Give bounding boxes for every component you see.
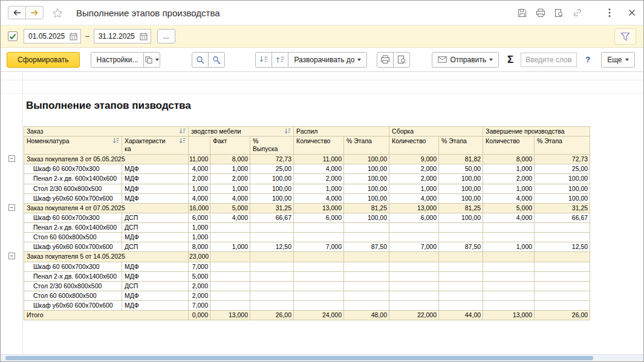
value-cell[interactable]: 7,000 xyxy=(189,262,210,271)
value-cell[interactable]: 13,000 xyxy=(483,311,535,320)
value-cell[interactable] xyxy=(344,233,389,242)
value-cell[interactable] xyxy=(389,291,439,300)
column-group-header[interactable]: Сборка xyxy=(389,127,483,137)
value-cell[interactable] xyxy=(250,233,294,242)
column-header[interactable]: % Этапа xyxy=(439,137,483,155)
value-cell[interactable]: 4,000 xyxy=(210,193,250,203)
value-cell[interactable]: 87,50 xyxy=(344,242,389,252)
value-cell[interactable]: 100,00 xyxy=(250,174,294,184)
collapse-levels-button[interactable] xyxy=(255,52,272,68)
hscroll-thumb[interactable] xyxy=(5,356,593,360)
value-cell[interactable]: 4,000 xyxy=(483,213,535,222)
value-cell[interactable]: 2,000 xyxy=(189,281,210,291)
value-cell[interactable] xyxy=(439,291,483,300)
settings-button[interactable]: Настройки... xyxy=(91,52,145,68)
value-cell[interactable] xyxy=(389,262,439,271)
collapse-group-toggle[interactable]: − xyxy=(8,204,15,211)
print-preview-button[interactable] xyxy=(393,52,410,68)
nomenclature-row[interactable]: Шкаф у60х60 600х700х600ДСП8,0001,00012,5… xyxy=(24,242,590,252)
value-cell[interactable]: 31,25 xyxy=(250,203,294,213)
kebab-menu-icon[interactable] xyxy=(608,7,611,18)
value-cell[interactable] xyxy=(483,262,535,271)
value-cell[interactable]: 2,000 xyxy=(483,174,535,184)
horizontal-scrollbar[interactable] xyxy=(1,354,643,361)
nomenclature-cell[interactable]: Шкаф 60 600х700х300 xyxy=(24,262,122,271)
column-header[interactable]: % Выпуска xyxy=(250,137,294,155)
value-cell[interactable]: 2,000 xyxy=(389,164,439,174)
nomenclature-row[interactable]: Стол 2/30 600х800х500МДФ1,0001,000100,00… xyxy=(24,184,590,193)
value-cell[interactable]: 9,000 xyxy=(389,155,439,164)
column-header[interactable]: Количество xyxy=(294,137,344,155)
calendar-icon[interactable] xyxy=(137,30,151,43)
value-cell[interactable]: 1,000 xyxy=(189,223,210,233)
nomenclature-cell[interactable]: Шкаф 60 600х700х300 xyxy=(24,213,122,222)
characteristic-cell[interactable]: ДСП xyxy=(122,281,189,291)
value-cell[interactable]: 100,00 xyxy=(439,184,483,193)
column-group-header[interactable]: Заказ xyxy=(24,127,189,137)
value-cell[interactable]: 66,67 xyxy=(535,213,590,222)
report-variant-button[interactable] xyxy=(143,52,160,68)
nomenclature-row[interactable]: Пенал 2-х дв. 600х1400х600ДСП1,000 xyxy=(24,223,590,233)
value-cell[interactable]: 100,00 xyxy=(439,193,483,203)
sort-icon[interactable] xyxy=(179,128,186,134)
value-cell[interactable] xyxy=(483,301,535,311)
value-cell[interactable]: 81,25 xyxy=(344,203,389,213)
value-cell[interactable]: 100,00 xyxy=(344,174,389,184)
nomenclature-cell[interactable]: Шкаф у60х60 600х700х600 xyxy=(24,301,122,311)
value-cell[interactable]: 11,000 xyxy=(189,155,210,164)
sort-icon[interactable] xyxy=(112,138,119,144)
value-cell[interactable] xyxy=(389,301,439,311)
value-cell[interactable] xyxy=(294,281,344,291)
value-cell[interactable]: 4,000 xyxy=(189,193,210,203)
value-cell[interactable] xyxy=(535,252,590,262)
value-cell[interactable] xyxy=(344,223,389,233)
value-cell[interactable]: 7,000 xyxy=(189,301,210,311)
value-cell[interactable]: 13,000 xyxy=(210,311,250,320)
value-cell[interactable]: 4,000 xyxy=(210,213,250,222)
value-cell[interactable] xyxy=(210,291,250,300)
value-cell[interactable]: 12,50 xyxy=(250,242,294,252)
value-cell[interactable]: 100,00 xyxy=(250,193,294,203)
value-cell[interactable]: 100,00 xyxy=(535,174,590,184)
value-cell[interactable]: 1,000 xyxy=(294,184,344,193)
column-header[interactable]: Количество xyxy=(483,137,535,155)
column-header[interactable]: Факт xyxy=(210,137,250,155)
value-cell[interactable] xyxy=(344,271,389,281)
value-cell[interactable]: 0,000 xyxy=(189,311,210,320)
value-cell[interactable] xyxy=(210,301,250,311)
characteristic-cell[interactable]: МДФ xyxy=(122,291,189,300)
value-cell[interactable] xyxy=(250,291,294,300)
characteristic-cell[interactable]: МДФ xyxy=(122,271,189,281)
value-cell[interactable]: 100,00 xyxy=(344,213,389,222)
send-button[interactable]: Отправить xyxy=(432,52,499,68)
value-cell[interactable]: 4,000 xyxy=(294,193,344,203)
nomenclature-cell[interactable]: Пенал 2-х дв. 600х1400х600 xyxy=(24,271,122,281)
value-cell[interactable]: 100,00 xyxy=(439,213,483,222)
value-cell[interactable] xyxy=(483,223,535,233)
value-cell[interactable]: 8,000 xyxy=(483,155,535,164)
value-cell[interactable] xyxy=(483,252,535,262)
collapse-group-toggle[interactable]: − xyxy=(8,253,15,259)
value-cell[interactable]: 2,000 xyxy=(189,291,210,300)
value-cell[interactable] xyxy=(535,281,590,291)
value-cell[interactable] xyxy=(294,301,344,311)
value-cell[interactable] xyxy=(389,252,439,262)
value-cell[interactable] xyxy=(250,262,294,271)
order-group-row[interactable]: −Заказ покупателя 4 от 07.05.202516,0005… xyxy=(24,203,590,213)
value-cell[interactable] xyxy=(210,281,250,291)
column-group-header[interactable]: Завершение производства xyxy=(483,127,590,137)
nomenclature-cell[interactable]: Стол 60 600х800х500 xyxy=(24,233,122,242)
nomenclature-cell[interactable]: Пенал 2-х дв. 600х1400х600 xyxy=(24,223,122,233)
close-icon[interactable] xyxy=(628,8,636,17)
value-cell[interactable]: 2,000 xyxy=(294,174,344,184)
nomenclature-row[interactable]: Шкаф у60х60 600х700х600МДФ4,0004,000100,… xyxy=(24,193,590,203)
value-cell[interactable]: 11,000 xyxy=(294,155,344,164)
value-cell[interactable]: 1,000 xyxy=(483,164,535,174)
value-cell[interactable]: 81,25 xyxy=(439,203,483,213)
value-cell[interactable]: 25,00 xyxy=(250,164,294,174)
value-cell[interactable]: 5,000 xyxy=(189,271,210,281)
value-cell[interactable]: 4,000 xyxy=(483,193,535,203)
value-cell[interactable]: 23,000 xyxy=(189,252,210,262)
nomenclature-row[interactable]: Стол 60 600х800х500МДФ1,000 xyxy=(24,233,590,242)
value-cell[interactable] xyxy=(294,233,344,242)
